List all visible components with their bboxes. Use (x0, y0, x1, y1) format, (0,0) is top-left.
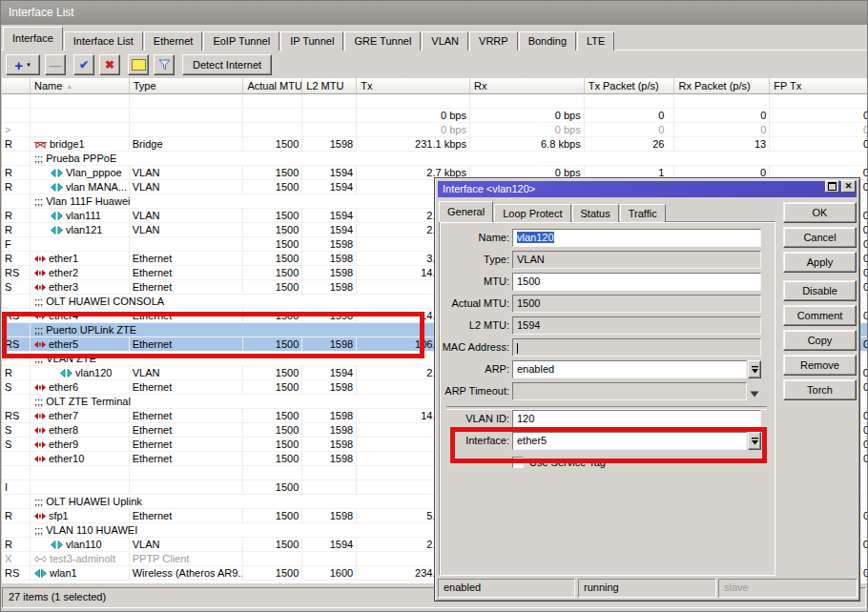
cell-rx (470, 94, 585, 108)
column-header-flag[interactable] (2, 78, 31, 93)
type-field[interactable]: VLAN (512, 251, 761, 269)
cell-rx: 0 bps (470, 123, 585, 136)
close-icon: ✕ (845, 182, 853, 191)
column-header-fp_tx[interactable]: FP Tx (770, 78, 868, 93)
apply-button[interactable]: Apply (783, 252, 857, 273)
torch-button[interactable]: Torch (783, 379, 857, 400)
arp-timeout-field[interactable] (512, 382, 747, 400)
vlan-icon (51, 183, 63, 192)
arp-dropdown-button[interactable] (748, 360, 761, 378)
arp-field[interactable]: enabled (512, 360, 747, 378)
cell-l2_mtu: 1598 (302, 237, 357, 251)
column-header-label: Tx Packet (p/s) (589, 80, 659, 92)
tab-eoip-tunnel[interactable]: EoIP Tunnel (203, 31, 279, 51)
comment-button[interactable] (128, 54, 149, 75)
tab-lte[interactable]: LTE (577, 31, 614, 51)
dialog-tab-status[interactable]: Status (572, 204, 619, 222)
actual-mtu-label: Actual MTU: (437, 297, 509, 309)
add-button[interactable]: + ▼ (6, 54, 40, 75)
column-header-label: Actual MTU (247, 80, 301, 92)
remove-button[interactable]: Remove (783, 355, 857, 376)
tab-ip-tunnel[interactable]: IP Tunnel (280, 31, 343, 51)
tab-bonding[interactable]: Bonding (519, 31, 576, 51)
cell-l2_mtu: 1598 (302, 438, 357, 451)
row-name: ether9 (49, 438, 78, 451)
cell-type: VLAN (130, 180, 244, 194)
column-header-name[interactable]: Name▲ (31, 78, 130, 93)
row-name: ether2 (49, 266, 78, 279)
table-row[interactable]: Rbridge1Bridge15001598231.1 kbps6.8 kbps… (2, 137, 868, 152)
column-header-actual_mtu[interactable]: Actual MTU (243, 78, 302, 93)
column-header-tx[interactable]: Tx (357, 78, 470, 93)
column-header-rx_packet[interactable]: Rx Packet (p/s) (674, 78, 770, 93)
cell-type: VLAN (130, 209, 244, 222)
l2-mtu-field[interactable]: 1594 (512, 316, 761, 335)
row-flag: F (2, 237, 31, 251)
column-header-rx[interactable]: Rx (470, 78, 585, 93)
table-row[interactable]: 0 bps0 bps000 (2, 109, 868, 123)
interface-dialog: Interface <vlan120> ✕ GeneralLoop Protec… (434, 177, 860, 602)
row-flag (2, 395, 31, 408)
row-flag (2, 495, 31, 508)
selected-text: vlan120 (517, 232, 554, 243)
dialog-tab-loop-protect[interactable]: Loop Protect (494, 204, 570, 222)
main-titlebar[interactable]: Interface List (1, 1, 867, 25)
arp-timeout-dropdown-arrow-icon[interactable] (750, 388, 759, 395)
cell-rx: 0 bps (470, 109, 585, 122)
mac-address-field[interactable] (512, 338, 761, 357)
detect-internet-button[interactable]: Detect Internet (182, 54, 272, 75)
table-row-comment[interactable]: ;;; Prueba PPPoE (2, 152, 868, 166)
comment-note-icon (132, 59, 146, 71)
close-button[interactable]: ✕ (841, 180, 856, 193)
cell-actual_mtu: 1500 (243, 366, 302, 379)
maximize-icon (828, 182, 837, 191)
row-name: ether3 (49, 280, 78, 294)
name-field[interactable]: vlan120 (512, 229, 761, 247)
vlan-id-field[interactable]: 120 (512, 410, 761, 428)
mtu-field[interactable]: 1500 (512, 273, 761, 291)
cell-name: test3-adminolt (31, 552, 130, 565)
column-header-type[interactable]: Type (130, 78, 244, 93)
cell-actual_mtu: 1500 (243, 280, 302, 294)
dialog-title: Interface <vlan120> (443, 183, 535, 194)
tab-interface[interactable]: Interface (3, 27, 63, 51)
cell-name: ether2 (31, 266, 130, 279)
row-flag (2, 466, 31, 479)
disable-button[interactable]: ✖ (99, 54, 120, 75)
cell-actual_mtu: 1500 (243, 180, 302, 194)
table-row[interactable] (2, 94, 868, 109)
cell-l2_mtu: 1598 (302, 452, 357, 465)
window-title: Interface List (9, 6, 74, 19)
comment-button[interactable]: Comment (783, 305, 857, 326)
cell-name: vlan111 (31, 209, 130, 222)
copy-button[interactable]: Copy (783, 330, 857, 351)
maximize-button[interactable] (825, 180, 839, 193)
ethernet-icon (34, 455, 46, 463)
cell-l2_mtu: 1594 (302, 366, 357, 379)
cell-rx_packet (674, 94, 770, 108)
dialog-tab-general[interactable]: General (439, 201, 493, 222)
ok-button[interactable]: OK (783, 202, 857, 223)
enable-button[interactable]: ✔ (73, 54, 94, 75)
tab-vlan[interactable]: VLAN (422, 31, 468, 51)
column-header-label: Name (34, 80, 62, 92)
table-row[interactable]: >0 bps0 bps000 (2, 123, 868, 137)
tab-vrrp[interactable]: VRRP (469, 31, 518, 51)
filter-button[interactable] (154, 54, 175, 75)
tab-ethernet[interactable]: Ethernet (144, 31, 203, 51)
tab-interface-list[interactable]: Interface List (64, 31, 143, 51)
column-header-tx_packet[interactable]: Tx Packet (p/s) (585, 78, 675, 93)
minus-icon: — (50, 58, 62, 72)
cell-l2_mtu (302, 94, 357, 108)
dialog-titlebar[interactable]: Interface <vlan120> (438, 181, 857, 197)
cell-l2_mtu (302, 552, 357, 565)
tab-gre-tunnel[interactable]: GRE Tunnel (344, 31, 421, 51)
remove-button[interactable]: — (45, 54, 66, 75)
column-header-l2_mtu[interactable]: L2 MTU (302, 78, 357, 93)
dialog-tab-traffic[interactable]: Traffic (620, 204, 666, 222)
cancel-button[interactable]: Cancel (783, 227, 857, 248)
dialog-status-slave: slave (718, 579, 858, 598)
ethernet-icon (34, 255, 46, 263)
actual-mtu-field[interactable]: 1500 (512, 295, 761, 313)
disable-button[interactable]: Disable (783, 280, 857, 301)
